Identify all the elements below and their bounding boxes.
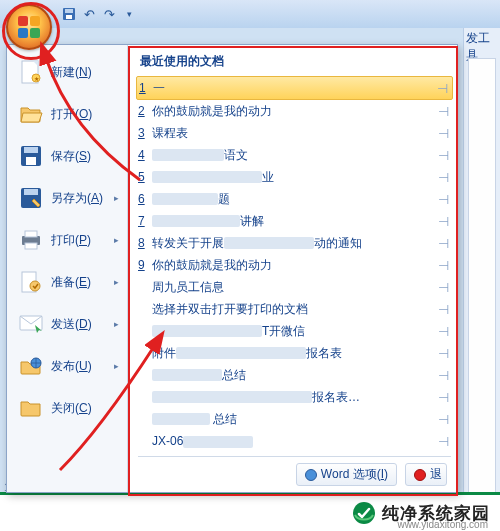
svg-rect-8 [24, 147, 38, 153]
pin-icon[interactable]: ⊣ [435, 214, 451, 229]
recent-item[interactable]: 周九员工信息⊣ [138, 276, 451, 298]
qat-dropdown-icon[interactable]: ▾ [120, 5, 138, 23]
menu-label: 发布(U) [51, 358, 114, 375]
menu-label: 打开(O) [51, 106, 119, 123]
exit-label: 退 [430, 466, 442, 483]
menu-save[interactable]: 保存(S) [7, 135, 127, 177]
recent-item[interactable]: 4.语文⊣ [138, 144, 451, 166]
office-menu-bottom: Word 选项(I) 退 [138, 456, 451, 490]
save-disk-icon [17, 143, 45, 169]
recent-item[interactable]: 8转发关于开展.动的通知⊣ [138, 232, 451, 254]
submenu-arrow-icon: ▸ [114, 361, 119, 371]
recent-item[interactable]: 3课程表⊣ [138, 122, 451, 144]
svg-text:★: ★ [34, 76, 39, 82]
svg-rect-13 [25, 231, 37, 237]
office-button[interactable] [6, 4, 52, 50]
pin-icon[interactable]: ⊣ [435, 126, 451, 141]
office-menu-left: ★ 新建(N) 打开(O) 保存(S) 另存为(A) ▸ [7, 45, 128, 492]
pin-icon[interactable]: ⊣ [435, 280, 451, 295]
recent-item[interactable]: 5.业⊣ [138, 166, 451, 188]
recent-item[interactable]: .报名表…⊣ [138, 386, 451, 408]
recent-item-label: .讲解 [152, 213, 435, 230]
recent-item-label: 转发关于开展.动的通知 [152, 235, 435, 252]
recent-item-number: 5 [138, 170, 152, 184]
pin-icon[interactable]: ⊣ [435, 192, 451, 207]
menu-new[interactable]: ★ 新建(N) [7, 51, 127, 93]
menu-label: 新建(N) [51, 64, 119, 81]
ruler [468, 58, 496, 495]
menu-prepare[interactable]: 准备(E) ▸ [7, 261, 127, 303]
recent-item[interactable]: .T开微信⊣ [138, 320, 451, 342]
publish-icon [17, 353, 45, 379]
watermark-url: www.yidaxitong.com [397, 519, 488, 530]
recent-item-number: 4 [138, 148, 152, 162]
recent-item-number: 9 [138, 258, 152, 272]
title-bar: ↶ ↷ ▾ [0, 0, 500, 28]
recent-item-label: .总结 [152, 367, 435, 384]
watermark-bar: 纯净系统家园 www.yidaxitong.com [0, 492, 500, 531]
recent-item[interactable]: 选择并双击打开要打印的文档⊣ [138, 298, 451, 320]
recent-list: 1一⊣2你的鼓励就是我的动力⊣3课程表⊣4.语文⊣5.业⊣6.题⊣7.讲解⊣8转… [138, 76, 451, 452]
submenu-arrow-icon: ▸ [114, 319, 119, 329]
recent-item-label: .业 [152, 169, 435, 186]
word-options-button[interactable]: Word 选项(I) [296, 463, 397, 486]
recent-item-number: 8 [138, 236, 152, 250]
menu-label: 保存(S) [51, 148, 119, 165]
pin-icon[interactable]: ⊣ [435, 170, 451, 185]
menu-label: 发送(D) [51, 316, 114, 333]
menu-label: 另存为(A) [51, 190, 114, 207]
recent-item-number: 3 [138, 126, 152, 140]
pin-icon[interactable]: ⊣ [435, 258, 451, 273]
pin-icon[interactable]: ⊣ [435, 368, 451, 383]
pin-icon[interactable]: ⊣ [435, 302, 451, 317]
recent-item[interactable]: . 总结⊣ [138, 408, 451, 430]
pin-icon[interactable]: ⊣ [435, 346, 451, 361]
recent-item[interactable]: .总结⊣ [138, 364, 451, 386]
svg-rect-1 [65, 9, 73, 13]
recent-item[interactable]: 6.题⊣ [138, 188, 451, 210]
pin-icon[interactable]: ⊣ [435, 324, 451, 339]
menu-publish[interactable]: 发布(U) ▸ [7, 345, 127, 387]
recent-item-label: 课程表 [152, 125, 435, 142]
save-icon[interactable] [60, 5, 78, 23]
menu-open[interactable]: 打开(O) [7, 93, 127, 135]
svg-rect-9 [26, 157, 36, 165]
pin-icon[interactable]: ⊣ [435, 412, 451, 427]
submenu-arrow-icon: ▸ [114, 193, 119, 203]
menu-label: 关闭(C) [51, 400, 119, 417]
recent-item[interactable]: 2你的鼓励就是我的动力⊣ [138, 100, 451, 122]
recent-documents-pane: 最近使用的文档 1一⊣2你的鼓励就是我的动力⊣3课程表⊣4.语文⊣5.业⊣6.题… [128, 45, 457, 492]
pin-icon[interactable]: ⊣ [435, 148, 451, 163]
open-icon [17, 101, 45, 127]
recent-item[interactable]: 9你的鼓励就是我的动力⊣ [138, 254, 451, 276]
new-doc-icon: ★ [17, 59, 45, 85]
pin-icon[interactable]: ⊣ [434, 81, 450, 96]
menu-save-as[interactable]: 另存为(A) ▸ [7, 177, 127, 219]
recent-item[interactable]: 7.讲解⊣ [138, 210, 451, 232]
redo-icon[interactable]: ↷ [100, 5, 118, 23]
recent-item-number: 2 [138, 104, 152, 118]
recent-item-label: 选择并双击打开要打印的文档 [152, 301, 435, 318]
recent-item-number: 1 [139, 81, 153, 95]
recent-item[interactable]: JX-06.⊣ [138, 430, 451, 452]
recent-item[interactable]: 附件.报名表⊣ [138, 342, 451, 364]
undo-icon[interactable]: ↶ [80, 5, 98, 23]
recent-item[interactable]: 1一⊣ [136, 76, 453, 100]
recent-item-label: JX-06. [152, 434, 435, 448]
exit-word-button[interactable]: 退 [405, 463, 447, 486]
pin-icon[interactable]: ⊣ [435, 104, 451, 119]
ribbon-strip: 发工具 [463, 28, 500, 495]
pin-icon[interactable]: ⊣ [435, 236, 451, 251]
pin-icon[interactable]: ⊣ [435, 390, 451, 405]
menu-send[interactable]: 发送(D) ▸ [7, 303, 127, 345]
pin-icon[interactable]: ⊣ [435, 434, 451, 449]
recent-item-label: .T开微信 [152, 323, 435, 340]
recent-item-label: 一 [153, 80, 434, 97]
watermark-logo-icon [352, 501, 376, 525]
menu-close[interactable]: 关闭(C) [7, 387, 127, 429]
recent-item-label: . 总结 [152, 411, 435, 428]
options-icon [305, 469, 317, 481]
svg-rect-14 [25, 243, 37, 249]
prepare-icon [17, 269, 45, 295]
menu-print[interactable]: 打印(P) ▸ [7, 219, 127, 261]
